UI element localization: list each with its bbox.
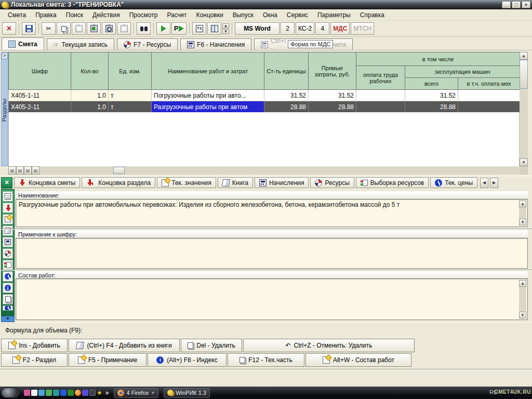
tab-nachisleniya[interactable]: Начисления	[255, 177, 309, 188]
t3-button[interactable]	[192, 22, 206, 35]
vertical-scroll-thumb[interactable]	[520, 60, 528, 89]
grid-nav-button-1[interactable]: ▤	[8, 166, 16, 175]
copy-button[interactable]	[57, 22, 71, 35]
menu-okna[interactable]: Окна	[258, 10, 282, 20]
col-header-unit[interactable]: Ед. изм.	[109, 52, 152, 90]
tab-kontsovka-smety[interactable]: Концовка сметы	[14, 177, 80, 188]
cell-direct[interactable]: 28.88	[309, 101, 356, 113]
info-tile-button[interactable]	[3, 283, 13, 293]
col-header-including[interactable]: в том числе	[356, 52, 520, 66]
col-header-labor[interactable]: оплата труда рабочих	[356, 66, 405, 90]
name-field-scrollbar[interactable]: ▲ ▼	[519, 201, 526, 225]
msword-button[interactable]: MS Word	[235, 22, 280, 35]
cell-name-active[interactable]: Разгрузочные работы при автом	[152, 101, 264, 113]
col-header-name[interactable]: Наименование работ и затрат	[152, 52, 264, 90]
horizontal-scroll-thumb[interactable]	[113, 167, 125, 174]
quicklaunch-icon-9[interactable]	[82, 390, 88, 396]
partial-tile-button[interactable]	[3, 305, 13, 311]
cell-unit[interactable]: т	[109, 101, 152, 113]
menu-smeta[interactable]: Смета	[3, 10, 31, 20]
scroll-up-icon[interactable]: ▲	[520, 52, 528, 60]
values-tile-button[interactable]	[3, 214, 13, 224]
cell-qty[interactable]: 1.0	[71, 90, 109, 101]
quicklaunch-icon-5[interactable]	[53, 390, 59, 396]
tab-recalc-form[interactable]: Ctrl+I - Форма по МДС ечета	[254, 38, 353, 50]
col-header-unit-cost[interactable]: Ст-ть единицы	[264, 52, 309, 90]
spinner-up-icon[interactable]: ▲	[222, 23, 229, 29]
name-field[interactable]: Разгрузочные работы при автомобильных пе…	[16, 199, 528, 227]
section-button[interactable]: F2 - Раздел	[1, 353, 68, 367]
cell-mech[interactable]	[458, 101, 520, 113]
quicklaunch-icon-2[interactable]	[31, 390, 37, 396]
prices-tile-button[interactable]	[3, 271, 13, 282]
find-button[interactable]	[137, 22, 151, 35]
menu-parametry[interactable]: Параметры	[313, 10, 355, 20]
save-button[interactable]	[22, 22, 36, 35]
paste-insert-button[interactable]	[87, 22, 101, 35]
scroll-up-icon[interactable]: ▲	[519, 201, 526, 207]
paste-special-button[interactable]	[117, 22, 131, 35]
grid-nav-button-2[interactable]: ▤	[16, 166, 24, 175]
note-button[interactable]: F5 - Примечание	[69, 353, 147, 367]
menu-vypusk[interactable]: Выпуск	[228, 10, 258, 20]
quicklaunch-icon-1[interactable]	[24, 390, 30, 396]
tabs-scroll-right-icon[interactable]: ▶	[490, 178, 498, 188]
composition-field-scrollbar[interactable]: ▲ ▼	[519, 280, 526, 318]
menu-deystviya[interactable]: Действия	[88, 10, 125, 20]
tab-accruals[interactable]: F6 - Начисления	[180, 38, 251, 50]
quicklaunch-icon-10[interactable]	[89, 390, 96, 396]
quicklaunch-icon-3[interactable]	[38, 390, 45, 396]
grid-nav-button-4[interactable]: ▤	[32, 166, 39, 175]
row-spinner[interactable]: ▲ ▼	[222, 23, 229, 34]
menu-pravka[interactable]: Правка	[31, 10, 61, 20]
delete-button[interactable]: ×	[2, 22, 16, 35]
table-row-selected[interactable]: Х405-2-11 1.0 т Разгрузочные работы при …	[9, 101, 520, 113]
cut-button[interactable]: ✂	[42, 22, 56, 35]
col-header-direct[interactable]: Прямые затраты, руб.	[309, 52, 356, 90]
cell-mech[interactable]	[458, 90, 520, 101]
taskbar-winrik-button[interactable]: WinРИК 1.3	[164, 388, 210, 398]
add-button[interactable]: Ins - Добавить	[1, 339, 68, 352]
spinner-down-icon[interactable]: ▼	[222, 29, 229, 34]
cell-unit-cost[interactable]: 28.88	[264, 101, 309, 113]
tab-current-record[interactable]: ☞ Текущая запись	[47, 38, 115, 50]
quicklaunch-star-icon[interactable]: ★	[97, 389, 102, 396]
cell-code[interactable]: Х405-2-11	[9, 101, 71, 113]
tab-tek-tseny[interactable]: Тек. цены	[430, 177, 477, 188]
grid-nav-button-3[interactable]: ▤	[24, 166, 32, 175]
mtsn-button[interactable]: МТСН	[351, 22, 374, 35]
cell-code[interactable]: Х405-1-11	[9, 90, 71, 101]
docs-tile-button[interactable]	[3, 294, 13, 304]
horizontal-scrollbar[interactable]: ▤ ▤ ▤ ▤	[8, 166, 520, 175]
col-header-machines[interactable]: эксплуатация машин	[405, 66, 520, 78]
col-header-code[interactable]: Шифр	[9, 52, 71, 90]
work-composition-button[interactable]: Alt+W - Состав работ	[305, 353, 411, 367]
tab-kniga[interactable]: Книга	[218, 177, 253, 188]
quicklaunch-icon-6[interactable]	[60, 390, 66, 396]
book-tile-button[interactable]	[3, 225, 13, 236]
scroll-down-icon[interactable]: ▼	[519, 219, 526, 225]
tab-kontsovka-razdela[interactable]: Концовка раздела	[82, 177, 155, 188]
col-header-qty[interactable]: Кол-во	[71, 52, 109, 90]
tech-part-button[interactable]: F12 - Тех.часть	[228, 353, 304, 367]
add-from-book-button[interactable]: (Ctrl+) F4 - Добавить из книги	[69, 339, 180, 352]
menu-poisk[interactable]: Поиск	[61, 10, 88, 20]
accruals-tile-button[interactable]	[3, 237, 13, 247]
tab-resursy[interactable]: Ресурсы	[310, 177, 354, 188]
close-window-button[interactable]: ×	[522, 1, 530, 8]
minimize-button[interactable]: _	[502, 1, 511, 8]
menu-kontsovki[interactable]: Концовки	[192, 10, 228, 20]
quicklaunch-icon-7[interactable]	[68, 390, 74, 396]
quicklaunch-chevron[interactable]: »	[105, 389, 109, 396]
panel-close-button[interactable]: ✕	[1, 177, 12, 189]
tab-resources[interactable]: F7 - Ресурсы	[117, 38, 178, 50]
vertical-scrollbar[interactable]: ▲ ▼	[520, 52, 528, 166]
cell-machines-total[interactable]: 31.52	[405, 90, 458, 101]
start-button[interactable]	[1, 388, 20, 398]
index-button[interactable]: (Alt+) F8 - Индекс	[148, 353, 227, 367]
tabs-scroll-left-icon[interactable]: ◀	[480, 178, 488, 188]
menu-prosmotr[interactable]: Просмотр	[125, 10, 163, 20]
composition-field[interactable]: ▲ ▼	[16, 278, 528, 320]
menu-servis[interactable]: Сервис	[282, 10, 313, 20]
note-field[interactable]	[16, 238, 528, 269]
